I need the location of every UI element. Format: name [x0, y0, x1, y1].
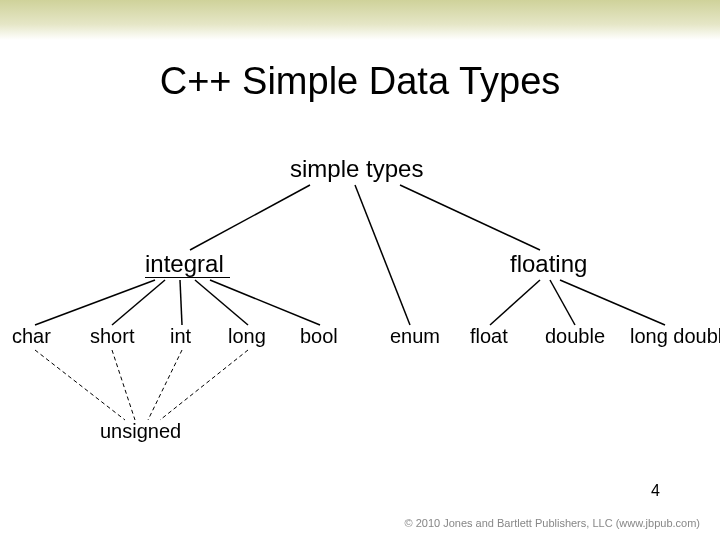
node-enum: enum	[390, 325, 440, 348]
node-integral: integral	[145, 250, 224, 278]
page-number: 4	[651, 482, 660, 500]
svg-line-12	[112, 350, 135, 420]
footer: © 2010 Jones and Bartlett Publishers, LL…	[405, 516, 700, 530]
svg-line-7	[210, 280, 320, 325]
copyright-text: © 2010 Jones and Bartlett Publishers, LL…	[405, 517, 613, 529]
node-floating: floating	[510, 250, 587, 278]
svg-line-10	[560, 280, 665, 325]
node-long-double: long double	[630, 325, 720, 348]
svg-line-8	[490, 280, 540, 325]
node-double: double	[545, 325, 605, 348]
node-simple-types: simple types	[290, 155, 423, 183]
node-long: long	[228, 325, 266, 348]
decorative-top-band	[0, 0, 720, 40]
svg-line-1	[355, 185, 410, 325]
underline-integral	[145, 277, 230, 278]
node-short: short	[90, 325, 134, 348]
node-bool: bool	[300, 325, 338, 348]
svg-line-11	[35, 350, 125, 420]
svg-line-9	[550, 280, 575, 325]
svg-line-14	[160, 350, 248, 420]
publisher-url: (www.jbpub.com)	[616, 517, 700, 529]
node-unsigned: unsigned	[100, 420, 181, 443]
svg-line-6	[195, 280, 248, 325]
svg-line-0	[190, 185, 310, 250]
node-int: int	[170, 325, 191, 348]
svg-line-5	[180, 280, 182, 325]
svg-line-4	[112, 280, 165, 325]
node-char: char	[12, 325, 51, 348]
slide-title: C++ Simple Data Types	[0, 60, 720, 103]
svg-line-3	[35, 280, 155, 325]
node-float: float	[470, 325, 508, 348]
svg-line-2	[400, 185, 540, 250]
svg-line-13	[148, 350, 182, 420]
